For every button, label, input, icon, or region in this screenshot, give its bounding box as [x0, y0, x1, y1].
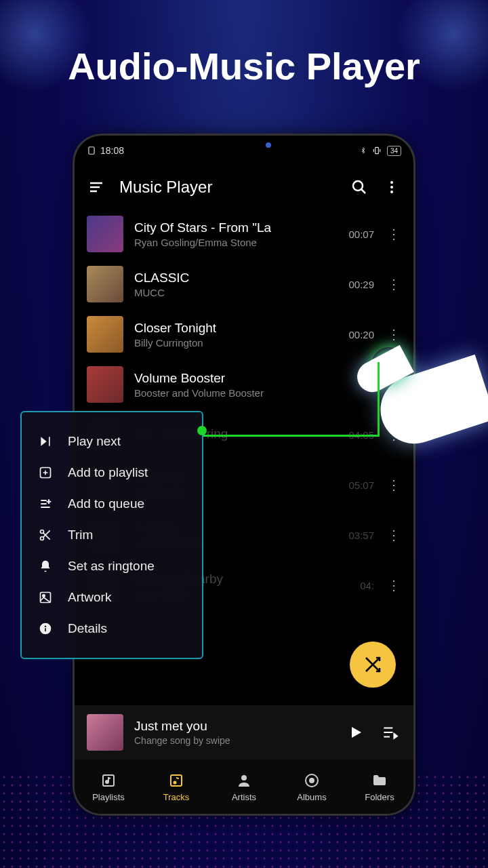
nav-albums[interactable]: Albums	[278, 760, 346, 814]
search-button[interactable]	[350, 178, 369, 197]
play-button[interactable]	[344, 721, 367, 744]
queue-button[interactable]	[378, 721, 401, 744]
play-icon	[348, 724, 364, 741]
menu-trim[interactable]: Trim	[22, 519, 202, 551]
shuffle-button[interactable]	[350, 642, 396, 688]
menu-button[interactable]	[87, 178, 106, 197]
add-queue-icon	[39, 497, 52, 511]
nav-label: Playlists	[92, 792, 125, 802]
menu-artwork[interactable]: Artwork	[22, 582, 202, 613]
track-duration: 00:07	[340, 229, 374, 240]
svg-point-10	[241, 775, 247, 781]
svg-point-2	[353, 181, 363, 191]
artist-icon	[236, 772, 252, 789]
menu-label: Details	[68, 621, 107, 636]
track-duration: 04:	[340, 580, 374, 591]
now-playing-artwork	[87, 714, 123, 751]
track-artwork	[87, 216, 123, 252]
track-artist: Ryan Gosling/Emma Stone	[134, 237, 329, 248]
menu-label: Set as ringtone	[68, 559, 155, 574]
svg-rect-0	[89, 147, 94, 155]
nav-label: Folders	[365, 792, 394, 802]
svg-point-9	[174, 781, 177, 784]
bottom-nav: Playlists Tracks Artists Albums Folders	[75, 760, 413, 814]
context-menu: Play next Add to playlist Add to queue T…	[20, 411, 203, 659]
nav-label: Albums	[297, 792, 326, 802]
track-duration: 05:07	[340, 479, 374, 491]
track-title: Closer Tonight	[134, 321, 329, 336]
search-icon	[351, 179, 367, 195]
track-row[interactable]: Closer Tonight Billy Currington 00:20 ⋮	[75, 309, 413, 359]
phone-notch	[169, 136, 319, 156]
track-artwork	[87, 366, 123, 403]
track-title: City Of Stars - From "La	[134, 220, 329, 235]
menu-add-queue[interactable]: Add to queue	[22, 488, 202, 519]
scissors-icon	[39, 528, 52, 542]
track-more-button[interactable]: ⋮	[385, 527, 401, 543]
menu-ringtone[interactable]: Set as ringtone	[22, 551, 202, 582]
track-more-button[interactable]: ⋮	[385, 226, 401, 242]
tracks-icon	[168, 772, 184, 789]
svg-point-5	[390, 191, 393, 193]
track-duration: 00:20	[340, 329, 374, 340]
track-row[interactable]: CLASSIC MUCC 00:29 ⋮	[75, 259, 413, 309]
svg-point-3	[390, 181, 393, 184]
menu-play-next[interactable]: Play next	[22, 426, 202, 457]
alarm-icon	[87, 146, 96, 155]
queue-icon	[381, 724, 399, 741]
nav-label: Artists	[232, 792, 256, 802]
callout-dot	[197, 426, 207, 435]
status-time: 18:08	[100, 145, 124, 156]
nav-tracks[interactable]: Tracks	[142, 760, 210, 814]
nav-playlists[interactable]: Playlists	[75, 760, 142, 814]
bluetooth-icon	[360, 146, 367, 155]
hamburger-icon	[88, 179, 104, 195]
nav-folders[interactable]: Folders	[346, 760, 413, 814]
svg-point-22	[45, 625, 47, 627]
track-more-button[interactable]: ⋮	[385, 276, 401, 292]
svg-point-17	[41, 530, 44, 534]
track-title: CLASSIC	[134, 271, 329, 285]
battery-indicator: 34	[387, 146, 401, 156]
menu-label: Trim	[68, 528, 93, 542]
track-more-button[interactable]: ⋮	[385, 477, 401, 493]
add-playlist-icon	[39, 466, 52, 479]
playlist-icon	[100, 772, 117, 789]
svg-point-20	[43, 595, 45, 597]
svg-rect-23	[45, 628, 46, 631]
track-more-button[interactable]: ⋮	[385, 577, 401, 593]
bell-icon	[39, 559, 52, 573]
track-duration: 03:57	[340, 530, 374, 541]
overflow-button[interactable]	[382, 178, 401, 197]
menu-label: Artwork	[68, 590, 111, 605]
folder-icon	[371, 772, 388, 789]
hero-title: Audio-Music Player	[0, 44, 488, 88]
svg-point-18	[41, 537, 44, 540]
svg-point-4	[390, 186, 393, 189]
nav-label: Tracks	[163, 792, 190, 802]
track-duration: 00:29	[340, 279, 374, 290]
track-row[interactable]: City Of Stars - From "La Ryan Gosling/Em…	[75, 209, 413, 259]
track-artwork	[87, 266, 123, 302]
now-playing-title: Just met you	[134, 719, 333, 734]
menu-label: Add to playlist	[68, 465, 148, 480]
callout-line	[203, 362, 380, 437]
info-icon	[39, 622, 52, 635]
menu-add-playlist[interactable]: Add to playlist	[22, 457, 202, 488]
more-vertical-icon	[384, 179, 400, 195]
track-artwork	[87, 316, 123, 353]
play-next-icon	[39, 435, 52, 448]
image-icon	[39, 591, 52, 604]
app-header: Music Player	[75, 165, 413, 209]
vibrate-icon	[372, 146, 382, 155]
svg-point-12	[310, 778, 314, 783]
now-playing-subtitle: Change song by swipe	[134, 735, 333, 746]
svg-rect-1	[375, 147, 379, 153]
track-more-button[interactable]: ⋮	[385, 326, 401, 342]
now-playing-bar[interactable]: Just met you Change song by swipe	[75, 705, 413, 760]
menu-details[interactable]: Details	[22, 613, 202, 644]
track-artist: MUCC	[134, 287, 329, 298]
nav-artists[interactable]: Artists	[210, 760, 278, 814]
svg-rect-8	[171, 775, 182, 786]
menu-label: Add to queue	[68, 496, 144, 511]
